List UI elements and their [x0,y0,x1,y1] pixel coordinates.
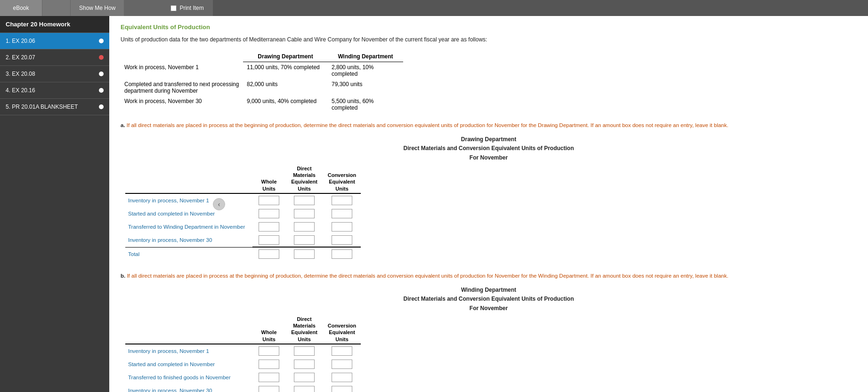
winding-inv-nov1-conv-input[interactable] [332,346,352,356]
print-checkbox[interactable] [170,5,177,11]
question-a-label: a. [121,122,127,128]
intro-text: Units of production data for the two dep… [121,35,857,44]
winding-row-inv-nov30-dm [285,384,323,392]
sidebar-item-ex2016[interactable]: 4. EX 20.16 [0,82,109,99]
main-layout: Chapter 20 Homework 1. EX 20.06 2. EX 20… [0,16,868,392]
sidebar-item-ex2008[interactable]: 3. EX 20.08 [0,66,109,82]
drawing-inv-nov30-whole-input[interactable] [259,235,279,245]
winding-row-transferred-label: Transferred to finished goods in Novembe… [125,371,252,384]
data-table: Drawing Department Winding Department Wo… [121,51,403,113]
winding-row-inv-nov1-conv [323,344,361,358]
question-b-text: b. If all direct materials are placed in… [121,272,857,280]
winding-row-inv-nov1-dm [285,344,323,358]
ebook-tab-label: eBook [13,5,29,11]
winding-row-started: Started and completed in November [125,358,361,371]
winding-row-inv-nov30-whole [252,384,285,392]
winding-started-dm-input[interactable] [294,360,315,369]
drawing-total-whole [252,247,285,261]
data-row-completed-label: Completed and transferred to next proces… [121,79,243,96]
drawing-total-dm [285,247,323,261]
winding-inv-nov30-conv-input[interactable] [332,386,352,392]
drawing-inv-nov30-dm-input[interactable] [294,235,315,245]
drawing-col-conv-eq: ConversionEquivalentUnits [323,164,361,193]
sidebar-item-ex2006-dot [99,39,104,43]
winding-dept-title3: For November [121,304,857,313]
winding-transferred-dm-input[interactable] [294,373,315,382]
winding-transferred-whole-input[interactable] [259,373,279,382]
drawing-row-inv-nov30-conv [323,233,361,247]
winding-dept-title2: Direct Materials and Conversion Equivale… [121,295,857,304]
winding-col-dm-eq: DirectMaterialsEquivalentUnits [285,315,323,344]
data-row-completed: Completed and transferred to next proces… [121,79,403,96]
winding-row-started-conv [323,358,361,371]
drawing-total-dm-input[interactable] [294,249,315,259]
drawing-col-whole-units: WholeUnits [252,164,285,193]
drawing-inv-nov1-dm-input[interactable] [294,196,315,205]
data-row-wip-nov1: Work in process, November 1 11,000 units… [121,62,403,80]
drawing-inv-nov1-conv-input[interactable] [332,196,352,205]
drawing-total-whole-input[interactable] [259,249,279,259]
drawing-transferred-whole-input[interactable] [259,222,279,232]
winding-started-whole-input[interactable] [259,360,279,369]
winding-inv-nov1-whole-input[interactable] [259,346,279,356]
winding-col-conv-eq: ConversionEquivalentUnits [323,315,361,344]
drawing-dept-section: Drawing Department Direct Materials and … [121,135,857,261]
drawing-total-conv-input[interactable] [332,249,352,259]
print-item-tab[interactable]: Print Item [162,0,212,16]
drawing-dept-header: Drawing Department Direct Materials and … [121,135,857,162]
drawing-transferred-dm-input[interactable] [294,222,315,232]
sidebar-item-ex2007-label: 2. EX 20.07 [6,54,35,61]
sidebar: Chapter 20 Homework 1. EX 20.06 2. EX 20… [0,16,109,392]
sidebar-item-pr2001a-label: 5. PR 20.01A BLANKSHEET [6,104,78,110]
winding-col-whole-units: WholeUnits [252,315,285,344]
drawing-col-dm-eq: DirectMaterialsEquivalentUnits [285,164,323,193]
drawing-dept-title2: Direct Materials and Conversion Equivale… [121,144,857,153]
drawing-transferred-conv-input[interactable] [332,222,352,232]
drawing-started-dm-input[interactable] [294,209,315,218]
drawing-row-inv-nov1-whole [252,193,285,207]
sidebar-item-ex2016-dot [99,88,104,93]
drawing-row-inv-nov30-label: Inventory in process, November 30 [125,233,252,247]
drawing-row-started: Started and completed in November [125,207,361,220]
drawing-row-inv-nov30: Inventory in process, November 30 [125,233,361,247]
winding-inv-nov30-dm-input[interactable] [294,386,315,392]
question-b-body: If all direct materials are placed in pr… [127,273,728,279]
winding-started-conv-input[interactable] [332,360,352,369]
winding-row-inv-nov1-whole [252,344,285,358]
drawing-row-started-label: Started and completed in November [125,207,252,220]
sidebar-collapse-button[interactable]: ‹ [213,198,225,210]
question-b-label: b. [121,273,127,279]
show-me-how-label: Show Me How [79,5,115,11]
sidebar-title: Chapter 20 Homework [0,16,109,33]
drawing-total-label: Total [125,247,252,261]
drawing-started-whole-input[interactable] [259,209,279,218]
drawing-row-inv-nov30-dm [285,233,323,247]
winding-inv-nov30-whole-input[interactable] [259,386,279,392]
data-row-completed-winding: 79,300 units [328,79,403,96]
winding-dept-title1: Winding Department [121,286,857,295]
data-row-wip-nov1-label: Work in process, November 1 [121,62,243,80]
data-row-wip-nov30-label: Work in process, November 30 [121,96,243,113]
show-me-how-tab[interactable]: Show Me How [71,0,124,16]
drawing-inv-nov30-conv-input[interactable] [332,235,352,245]
drawing-inv-nov1-whole-input[interactable] [259,196,279,205]
data-row-wip-nov30-winding: 5,500 units, 60% completed [328,96,403,113]
winding-inv-nov1-dm-input[interactable] [294,346,315,356]
tab-middle[interactable] [42,0,71,16]
sidebar-item-ex2007[interactable]: 2. EX 20.07 [0,49,109,66]
winding-dept-header: Winding Department Direct Materials and … [121,286,857,313]
top-nav: eBook Show Me How Print Item [0,0,868,16]
ebook-tab[interactable]: eBook [0,0,42,16]
sidebar-item-pr2001a[interactable]: 5. PR 20.01A BLANKSHEET [0,99,109,115]
winding-row-inv-nov30-conv [323,384,361,392]
sidebar-item-ex2006[interactable]: 1. EX 20.06 [0,33,109,49]
drawing-started-conv-input[interactable] [332,209,352,218]
drawing-row-transferred-dm [285,220,323,233]
sidebar-item-pr2001a-dot [99,104,104,109]
winding-input-table: WholeUnits DirectMaterialsEquivalentUnit… [125,315,361,392]
col-winding-dept: Winding Department [328,51,403,62]
drawing-dept-title3: For November [121,153,857,162]
winding-row-transferred-dm [285,371,323,384]
page-title: Equivalent Units of Production [121,24,857,31]
winding-transferred-conv-input[interactable] [332,373,352,382]
